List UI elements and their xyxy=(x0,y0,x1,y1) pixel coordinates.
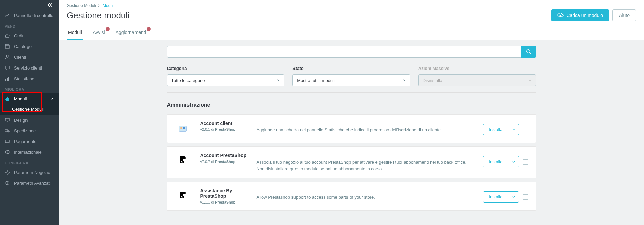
sidebar-item-label: Catalogo xyxy=(14,44,32,49)
install-button[interactable]: Installa xyxy=(483,192,508,202)
install-dropdown-toggle[interactable] xyxy=(508,124,519,135)
svg-rect-7 xyxy=(5,130,8,132)
sidebar-item-ordini[interactable]: Ordini xyxy=(0,30,59,41)
sidebar-item-moduli[interactable]: Moduli xyxy=(0,93,59,104)
install-button-group: Installa xyxy=(483,124,519,135)
sidebar-item-label: Clienti xyxy=(14,55,26,60)
search-button[interactable] xyxy=(521,46,536,58)
install-dropdown-toggle[interactable] xyxy=(508,156,519,167)
svg-point-12 xyxy=(7,172,8,173)
sidebar-item-parametri-negozio[interactable]: Parametri Negozio xyxy=(0,167,59,178)
svg-point-1 xyxy=(6,55,8,57)
svg-point-9 xyxy=(8,132,9,133)
store-icon xyxy=(5,44,10,49)
svg-rect-10 xyxy=(5,140,9,143)
sidebar: Pannello di controllo VENDI Ordini Catal… xyxy=(0,0,59,225)
sidebar-item-catalogo[interactable]: Catalogo xyxy=(0,41,59,52)
search-bar xyxy=(167,46,536,58)
main-content: Gestione Moduli > Moduli Gestione moduli… xyxy=(59,0,644,225)
svg-point-17 xyxy=(180,127,182,129)
svg-rect-3 xyxy=(5,79,6,81)
svg-rect-5 xyxy=(8,77,9,81)
install-dropdown-toggle[interactable] xyxy=(508,192,519,202)
sidebar-item-spedizione[interactable]: Spedizione xyxy=(0,125,59,136)
breadcrumb-current[interactable]: Moduli xyxy=(103,3,114,8)
module-name: Assistance By PrestaShop xyxy=(200,188,247,199)
module-version: v2.0.1 di PrestaShop xyxy=(200,127,247,131)
svg-rect-19 xyxy=(183,128,185,129)
sidebar-section-configura: CONFIGURA xyxy=(0,158,59,167)
tabs: Moduli Avvisi 0 Aggiornamenti 0 xyxy=(67,26,636,40)
upload-module-button[interactable]: Carica un modulo xyxy=(551,9,609,21)
svg-text:S: S xyxy=(181,160,183,164)
basket-icon xyxy=(5,33,10,38)
svg-rect-2 xyxy=(5,66,9,69)
tab-avvisi[interactable]: Avvisi 0 xyxy=(91,26,106,40)
module-card: S Assistance By PrestaShop v1.1.1 di Pre… xyxy=(167,182,536,211)
filter-bulk-label: Azioni Massive xyxy=(418,66,536,71)
filters: Categoria Tutte le categorie Stato Mostr… xyxy=(167,66,536,86)
module-description: Allow Prestashop support to access some … xyxy=(257,188,474,201)
svg-rect-4 xyxy=(7,78,8,81)
module-description: Aggiunge una scheda nel pannello Statist… xyxy=(257,121,474,133)
gear-icon xyxy=(5,170,10,175)
sidebar-item-parametri-avanzati[interactable]: Parametri Avanzati xyxy=(0,178,59,188)
sidebar-section-migliora: MIGLIORA xyxy=(0,84,59,93)
sidebar-item-design[interactable]: Design xyxy=(0,115,59,125)
module-checkbox[interactable] xyxy=(523,127,528,132)
search-input[interactable] xyxy=(167,46,521,58)
badge: 0 xyxy=(106,27,110,31)
bulk-select: Disinstalla xyxy=(418,74,536,86)
sidebar-collapse-toggle[interactable] xyxy=(0,0,59,10)
module-version: v1.1.1 di PrestaShop xyxy=(200,200,247,204)
monitor-icon xyxy=(5,117,10,123)
module-icon: S xyxy=(175,188,191,204)
chevron-down-icon xyxy=(402,79,406,82)
module-icon xyxy=(175,121,191,137)
content-body: Categoria Tutte le categorie Stato Mostr… xyxy=(59,40,644,225)
section-title: Amministrazione xyxy=(167,102,536,108)
tab-aggiornamenti[interactable]: Aggiornamenti 0 xyxy=(114,26,147,40)
sidebar-subitem-label: Gestione Moduli xyxy=(12,107,44,112)
install-button-group: Installa xyxy=(483,156,519,167)
badge: 0 xyxy=(147,27,151,31)
tab-moduli[interactable]: Moduli xyxy=(67,26,83,40)
module-name: Account PrestaShop xyxy=(200,153,247,158)
svg-point-8 xyxy=(6,132,7,133)
install-button-group: Installa xyxy=(483,191,519,203)
sidebar-item-label: Moduli xyxy=(14,96,27,101)
divider xyxy=(167,92,536,93)
module-card: Account clienti v2.0.1 di PrestaShop Agg… xyxy=(167,114,536,143)
sidebar-item-dashboard[interactable]: Pannello di controllo xyxy=(0,10,59,21)
state-select[interactable]: Mostra tutti i moduli xyxy=(292,74,410,86)
module-name: Account clienti xyxy=(200,121,247,126)
page-header: Gestione Moduli > Moduli Gestione moduli… xyxy=(59,0,644,40)
sidebar-item-internazionale[interactable]: Internazionale xyxy=(0,147,59,158)
help-button[interactable]: Aiuto xyxy=(612,9,636,21)
sidebar-subitem-gestione-moduli[interactable]: Gestione Moduli xyxy=(0,104,59,115)
install-button[interactable]: Installa xyxy=(483,124,508,135)
gear-advanced-icon xyxy=(5,180,10,186)
sidebar-item-clienti[interactable]: Clienti xyxy=(0,52,59,62)
breadcrumb: Gestione Moduli > Moduli xyxy=(67,3,636,8)
sidebar-item-label: Statistiche xyxy=(14,76,34,81)
category-select[interactable]: Tutte le categorie xyxy=(167,74,285,86)
svg-rect-18 xyxy=(183,127,185,128)
sidebar-item-servizio[interactable]: Servizio clienti xyxy=(0,62,59,73)
svg-text:S: S xyxy=(181,195,183,199)
chevron-down-icon xyxy=(277,79,280,82)
module-checkbox[interactable] xyxy=(523,159,528,165)
svg-point-15 xyxy=(527,50,530,53)
sidebar-item-statistiche[interactable]: Statistiche xyxy=(0,73,59,84)
sidebar-item-label: Parametri Negozio xyxy=(14,170,50,175)
module-checkbox[interactable] xyxy=(523,194,528,200)
chevron-up-icon xyxy=(51,97,54,100)
filter-state-label: Stato xyxy=(292,66,410,71)
sidebar-item-label: Pannello di controllo xyxy=(14,13,53,18)
sidebar-item-label: Ordini xyxy=(14,33,26,38)
filter-category-label: Categoria xyxy=(167,66,285,71)
module-icon: S xyxy=(175,153,191,169)
sidebar-item-pagamento[interactable]: Pagamento xyxy=(0,136,59,147)
install-button[interactable]: Installa xyxy=(483,156,508,167)
sidebar-item-label: Pagamento xyxy=(14,139,37,144)
